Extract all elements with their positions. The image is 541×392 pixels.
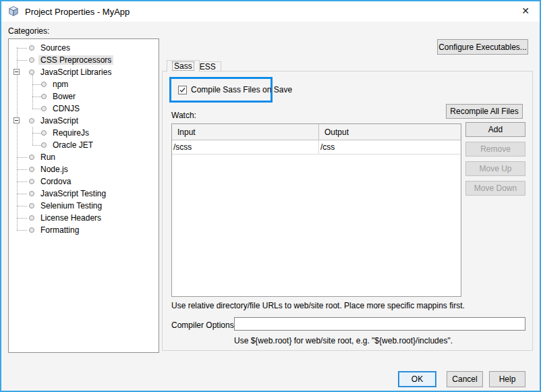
move-up-button: Move Up: [465, 161, 525, 176]
cancel-button[interactable]: Cancel: [447, 371, 483, 387]
column-header-input[interactable]: Input: [172, 124, 319, 140]
node-icon: [29, 191, 34, 196]
mappings-hint: Use relative directory/file URLs to web/…: [171, 301, 465, 310]
node-icon: [41, 142, 47, 148]
watch-label: Watch:: [171, 111, 196, 120]
project-properties-dialog: Project Properties - MyApp ✕ Categories:…: [0, 0, 541, 392]
compile-on-save-checkbox[interactable]: [178, 86, 187, 94]
categories-tree: Sources CSS Preprocessors JavaScript Lib…: [8, 38, 159, 353]
node-icon: [29, 118, 34, 123]
node-icon: [29, 155, 34, 160]
table-row[interactable]: /scss /css: [172, 140, 461, 155]
cell-input[interactable]: /scss: [172, 140, 319, 154]
node-icon: [29, 69, 34, 75]
category-item-javascript-libraries[interactable]: JavaScript Libraries: [9, 66, 159, 78]
collapse-toggle-icon[interactable]: [13, 69, 20, 75]
category-item-license-headers[interactable]: License Headers: [9, 212, 159, 224]
node-icon: [29, 167, 34, 172]
category-item-javascript-testing[interactable]: JavaScript Testing: [9, 188, 159, 200]
category-item-selenium-testing[interactable]: Selenium Testing: [9, 200, 159, 212]
node-icon: [29, 179, 34, 184]
ok-button[interactable]: OK: [398, 371, 436, 387]
category-item-nodejs[interactable]: Node.js: [9, 163, 159, 175]
categories-label: Categories:: [8, 26, 49, 36]
node-icon: [41, 94, 47, 99]
category-item-javascript[interactable]: JavaScript: [9, 115, 159, 127]
move-down-button: Move Down: [465, 181, 525, 196]
add-button[interactable]: Add: [465, 122, 525, 137]
watch-table-header: Input Output: [172, 124, 461, 140]
category-item-sources[interactable]: Sources: [9, 42, 159, 54]
configure-executables-button[interactable]: Configure Executables...: [437, 39, 528, 55]
category-item-run[interactable]: Run: [9, 151, 159, 163]
node-icon: [41, 106, 47, 111]
window-title: Project Properties - MyApp: [25, 7, 130, 17]
watch-table[interactable]: Input Output /scss /css: [171, 123, 461, 297]
remove-button: Remove: [465, 142, 525, 157]
node-icon: [41, 130, 47, 136]
compile-on-save-label: Compile Sass Files on Save: [191, 85, 292, 94]
category-item-bower[interactable]: Bower: [9, 90, 159, 103]
tab-sass[interactable]: Sass: [167, 60, 200, 72]
cell-output[interactable]: /css: [319, 140, 461, 154]
node-icon: [29, 215, 34, 221]
close-icon[interactable]: ✕: [521, 6, 530, 16]
category-item-npm[interactable]: npm: [9, 78, 159, 90]
node-icon: [29, 227, 34, 233]
category-item-requirejs[interactable]: RequireJs: [9, 127, 159, 139]
column-header-output[interactable]: Output: [319, 124, 461, 140]
compiler-options-input[interactable]: [234, 317, 525, 331]
category-item-cdnjs[interactable]: CDNJS: [9, 103, 159, 115]
category-item-formatting[interactable]: Formatting: [9, 224, 159, 236]
cube-icon: [7, 5, 20, 18]
compiler-options-label: Compiler Options:: [171, 320, 236, 330]
recompile-all-files-button[interactable]: Recompile All Files: [446, 104, 523, 119]
category-item-oracle-jet[interactable]: Oracle JET: [9, 139, 159, 151]
webroot-hint: Use ${web.root} for web/site root, e.g. …: [234, 336, 453, 345]
category-item-css-preprocessors[interactable]: CSS Preprocessors: [9, 54, 159, 66]
help-button[interactable]: Help: [489, 371, 525, 387]
node-icon: [29, 57, 34, 63]
compile-on-save-highlight: Compile Sass Files on Save: [169, 77, 273, 103]
node-icon: [29, 45, 34, 51]
node-icon: [29, 203, 34, 208]
category-item-cordova[interactable]: Cordova: [9, 175, 159, 188]
collapse-toggle-icon[interactable]: [13, 117, 20, 123]
node-icon: [41, 82, 47, 87]
title-bar: Project Properties - MyApp ✕: [1, 1, 540, 22]
